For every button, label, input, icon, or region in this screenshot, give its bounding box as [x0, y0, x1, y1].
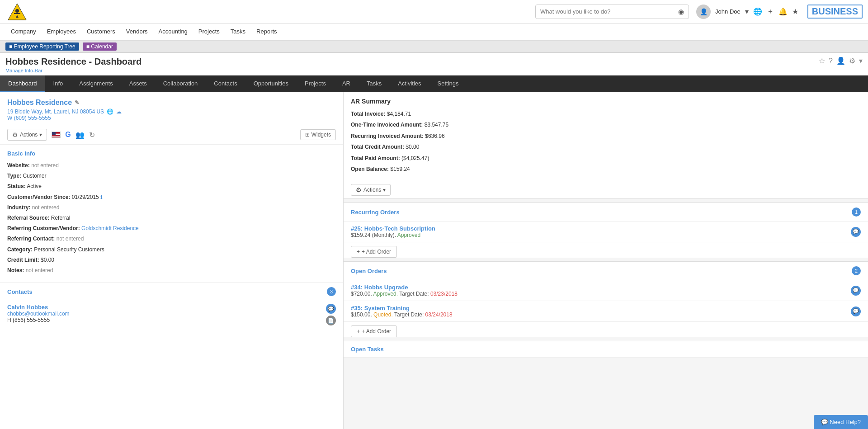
open-orders-header[interactable]: Open Orders 2 — [344, 262, 868, 280]
credit-limit-row: Credit Limit: $0.00 — [7, 256, 336, 264]
svg-text:▲: ▲ — [15, 14, 19, 19]
need-help-button[interactable]: 💬 Need Help? — [814, 415, 868, 429]
customer-address: 19 Biddle Way, Mt. Laurel, NJ 08054 US 🌐… — [7, 108, 336, 115]
industry-row: Industry: not entered — [7, 203, 336, 212]
contact-doc-icon[interactable]: 📄 — [326, 316, 336, 325]
open-order-34-link[interactable]: #34: Hobbs Upgrade — [351, 284, 408, 291]
breadcrumb-calendar[interactable]: ■ Calendar — [83, 42, 117, 51]
google-icon[interactable]: G — [65, 131, 71, 139]
app-logo[interactable]: ▲ — [5, 2, 29, 22]
ar-open-balance: Open Balance: $159.24 — [351, 165, 861, 174]
ar-gear-icon: ⚙ — [356, 186, 362, 193]
tab-dashboard[interactable]: Dashboard — [0, 75, 45, 92]
open-tasks-header[interactable]: Open Tasks — [344, 341, 868, 358]
open-orders-badge: 2 — [852, 266, 861, 275]
user-dropdown-icon[interactable]: ▾ — [745, 7, 749, 16]
info-icon[interactable]: ℹ — [100, 194, 103, 200]
refresh-icon[interactable]: ↻ — [89, 131, 95, 139]
recurring-orders-header[interactable]: Recurring Orders 1 — [344, 203, 868, 222]
add-icon[interactable]: ＋ — [767, 7, 774, 16]
tab-opportunities[interactable]: Opportunities — [245, 75, 297, 92]
edit-icon[interactable]: ✎ — [75, 99, 79, 106]
search-button[interactable]: ◉ — [674, 5, 689, 19]
favorites-icon[interactable]: ★ — [792, 7, 798, 16]
person-icon[interactable]: 👤 — [836, 57, 845, 65]
people-icon[interactable]: 👥 — [75, 131, 85, 139]
globe-icon[interactable]: 🌐 — [107, 108, 113, 115]
ar-total-paid: Total Paid Amount: ($4,025.47) — [351, 154, 861, 163]
open-add-order-button[interactable]: + + Add Order — [351, 325, 397, 337]
header-icon-group: ☆ ? 👤 ⚙ ▾ — [819, 57, 863, 65]
search-bar[interactable]: ◉ — [535, 5, 689, 19]
community-icon[interactable]: 🌐 — [753, 7, 762, 16]
star-icon[interactable]: ☆ — [819, 57, 825, 65]
nav-accounting[interactable]: Accounting — [153, 24, 193, 41]
tab-projects[interactable]: Projects — [297, 75, 334, 92]
ar-total-invoice: Total Invoice: $4,184.71 — [351, 109, 861, 118]
ar-actions-button[interactable]: ⚙ Actions ▾ — [351, 184, 391, 196]
plus-icon-2: + — [357, 328, 360, 335]
referring-cv-link[interactable]: Goldschmidt Residence — [81, 225, 139, 231]
recurring-order-link[interactable]: #25: Hobbs-Tech Subscription — [351, 225, 435, 232]
nav-projects[interactable]: Projects — [193, 24, 225, 41]
nav-reports[interactable]: Reports — [251, 24, 283, 41]
tabs-bar: Dashboard Info Assignments Assets Collab… — [0, 75, 868, 92]
contact-email[interactable]: chobbs@outlookmail.com — [7, 311, 70, 317]
actions-button[interactable]: ⚙ Actions ▾ — [7, 129, 47, 141]
category-row: Category: Personal Security Customers — [7, 245, 336, 254]
open-order-35-chat-icon[interactable]: 💬 — [851, 306, 861, 316]
recurring-order-chat-icon[interactable]: 💬 — [851, 227, 861, 237]
contact-chat-icon[interactable]: 💬 — [326, 304, 336, 314]
right-panel: AR Summary Total Invoice: $4,184.71 One-… — [344, 92, 868, 429]
open-tasks-section: Open Tasks — [344, 341, 868, 358]
tab-contacts[interactable]: Contacts — [206, 75, 245, 92]
tab-ar[interactable]: AR — [334, 75, 359, 92]
ar-actions-bar: ⚙ Actions ▾ — [344, 181, 868, 199]
nav-vendors[interactable]: Vendors — [121, 24, 153, 41]
tab-assignments[interactable]: Assignments — [71, 75, 121, 92]
open-order-35-link[interactable]: #35: System Training — [351, 305, 410, 311]
notifications-icon[interactable]: 🔔 — [778, 7, 788, 16]
manage-info-bar[interactable]: Manage Info-Bar — [5, 68, 142, 73]
search-input[interactable] — [536, 5, 674, 18]
recurring-add-order-button[interactable]: + + Add Order — [351, 246, 397, 258]
open-order-34-chat-icon[interactable]: 💬 — [851, 286, 861, 296]
settings-icon[interactable]: ⚙ — [849, 57, 855, 65]
help-icon[interactable]: ? — [829, 57, 833, 65]
cloud-icon[interactable]: ☁ — [116, 108, 122, 115]
ar-summary-title: AR Summary — [351, 98, 861, 105]
since-row: Customer/Vendor Since: 01/29/2015 ℹ — [7, 193, 336, 202]
widgets-button[interactable]: ⊞ Widgets — [300, 129, 336, 140]
contact-name[interactable]: Calvin Hobbes — [7, 304, 70, 311]
page-title: Hobbes Residence - Dashboard — [5, 57, 142, 67]
nav-company[interactable]: Company — [5, 24, 42, 41]
ar-one-time: One-Time Invoiced Amount: $3,547.75 — [351, 120, 861, 129]
grid-icon: ⊞ — [305, 132, 310, 138]
gear-icon: ⚙ — [12, 131, 18, 138]
ar-dropdown-icon: ▾ — [383, 187, 386, 193]
tab-settings[interactable]: Settings — [429, 75, 467, 92]
breadcrumb-employee-reporting[interactable]: ■ Employee Reporting Tree — [5, 42, 79, 51]
us-flag-icon[interactable] — [52, 132, 61, 138]
nav-customers[interactable]: Customers — [81, 24, 121, 41]
ar-summary-section: AR Summary Total Invoice: $4,184.71 One-… — [344, 92, 868, 181]
type-row: Type: Customer — [7, 172, 336, 180]
open-order-item-35: #35: System Training $150.00. Quoted. Ta… — [344, 301, 868, 322]
tab-tasks[interactable]: Tasks — [359, 75, 390, 92]
tab-assets[interactable]: Assets — [121, 75, 155, 92]
open-order-34-detail: $720.00. Approved. Target Date: 03/23/20… — [351, 291, 458, 297]
recurring-order-item: #25: Hobbs-Tech Subscription $159.24 (Mo… — [344, 222, 868, 242]
customer-name[interactable]: Hobbes Residence ✎ — [7, 99, 336, 107]
basic-info-title: Basic Info — [7, 150, 336, 157]
referring-contact-row: Referring Contact: not entered — [7, 235, 336, 243]
tab-info[interactable]: Info — [45, 75, 71, 92]
customer-header: Hobbes Residence ✎ 19 Biddle Way, Mt. La… — [0, 92, 343, 125]
nav-employees[interactable]: Employees — [42, 24, 81, 41]
recurring-orders-section: Recurring Orders 1 #25: Hobbs-Tech Subsc… — [344, 203, 868, 258]
avatar[interactable]: 👤 — [696, 5, 711, 19]
tab-collaboration[interactable]: Collaboration — [155, 75, 206, 92]
dropdown-icon[interactable]: ▾ — [859, 57, 863, 65]
contacts-header: Contacts 3 — [7, 287, 336, 296]
nav-tasks[interactable]: Tasks — [225, 24, 251, 41]
tab-activities[interactable]: Activities — [390, 75, 429, 92]
